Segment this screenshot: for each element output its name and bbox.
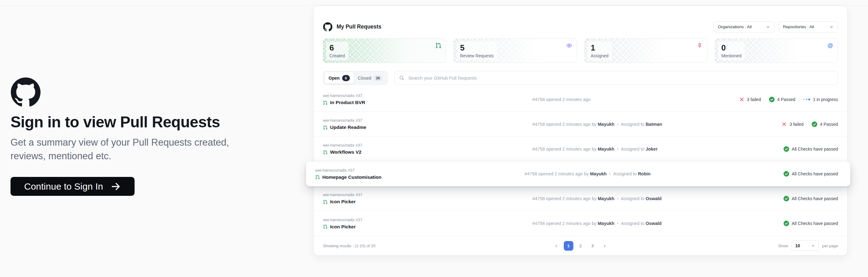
assigned-to-label: Assigned to xyxy=(621,122,646,127)
prev-page-button[interactable]: ‹ xyxy=(552,241,561,251)
state-tabs: Open 6 Closed 26 xyxy=(323,71,388,85)
stat-value: 5 xyxy=(460,44,494,52)
search-input[interactable] xyxy=(408,75,833,81)
pr-opened-text: #4758 opened 2 minutes ago by xyxy=(525,171,590,176)
at-icon: @ xyxy=(827,43,833,49)
pr-meta: #4758 opened 2 minutes ago by Mayukh•Ass… xyxy=(525,171,651,176)
per-page-select[interactable]: 10 xyxy=(792,241,819,251)
chevron-down-icon xyxy=(829,25,834,29)
per-page-value: 10 xyxy=(795,243,800,248)
signin-title: Sign in to view Pull Requests xyxy=(10,113,283,131)
dot-separator: • xyxy=(609,171,611,176)
pr-title-row: Update Readme xyxy=(323,124,532,130)
pr-row-main: wei-harness/radix #37Icon Picker xyxy=(323,192,532,204)
pr-assignee: Robin xyxy=(638,171,651,176)
pr-row[interactable]: wei-harness/radix #37Workflows V2#4758 o… xyxy=(314,137,847,161)
search-icon xyxy=(399,75,404,81)
pr-row[interactable]: wei-harness/radix #37Icon Picker#4758 op… xyxy=(314,211,847,236)
repo-name: wei-harness/radix #37 xyxy=(315,168,525,173)
chevron-down-icon xyxy=(766,25,770,29)
pull-request-icon xyxy=(323,101,328,105)
github-logo-icon xyxy=(10,78,283,107)
pr-row-main: wei-harness/radix #37Workflows V2 xyxy=(323,143,532,155)
repo-name: wei-harness/radix #37 xyxy=(323,93,532,98)
next-page-button[interactable]: › xyxy=(600,241,610,251)
pull-request-icon xyxy=(323,199,328,204)
tab-closed[interactable]: Closed 26 xyxy=(354,72,386,84)
pull-request-icon xyxy=(323,125,328,130)
search-box[interactable] xyxy=(394,71,838,85)
tab-closed-label: Closed xyxy=(358,76,372,81)
per-page-label: per page xyxy=(822,244,838,248)
pull-request-icon xyxy=(323,150,328,155)
pr-checks: All Checks have passed xyxy=(783,146,838,152)
pr-meta: #4758 opened 2 minutes ago by Mayukh•Ass… xyxy=(532,196,662,201)
pull-request-icon xyxy=(315,175,320,179)
pr-title: Workflows V2 xyxy=(330,149,361,155)
page-button-2[interactable]: 2 xyxy=(576,241,585,251)
signin-section: Sign in to view Pull Requests Get a summ… xyxy=(10,78,283,196)
pr-row[interactable]: wei-harness/radix #37Homepage Customisat… xyxy=(306,161,850,186)
pr-checks: 3 failed4 Passed1 in progress xyxy=(739,97,838,102)
check-status-failed: 3 failed xyxy=(739,97,761,102)
pr-meta: #4758 opened 2 minutes ago xyxy=(532,97,591,102)
pull-request-icon xyxy=(435,43,441,49)
dot-separator: • xyxy=(617,196,618,201)
organizations-filter[interactable]: Organizations : All xyxy=(714,21,775,32)
list-toolbar: Open 6 Closed 26 xyxy=(323,71,838,85)
check-status-label: 3 failed xyxy=(789,122,803,127)
pr-row-main: wei-harness/radix #37Homepage Customisat… xyxy=(315,168,525,180)
stat-label: Assigned xyxy=(591,53,609,58)
check-status-label: 3 failed xyxy=(747,97,761,102)
check-status-passed: All Checks have passed xyxy=(783,171,838,176)
pr-title: In Product BVR xyxy=(330,100,365,105)
pr-author: Mayukh xyxy=(598,122,614,127)
stat-chip: 1Assigned xyxy=(587,41,612,60)
repo-name: wei-harness/radix #37 xyxy=(323,218,532,222)
pr-meta: #4758 opened 2 minutes ago by Mayukh•Ass… xyxy=(532,146,658,151)
stat-card-assigned[interactable]: 1Assigned xyxy=(584,38,708,63)
pr-row[interactable]: wei-harness/radix #37Icon Picker#4758 op… xyxy=(314,186,847,211)
check-status-label: 4 Passed xyxy=(777,97,795,102)
check-circle-icon xyxy=(783,196,789,201)
pr-assignee: Oswald xyxy=(646,196,662,201)
assigned-to-label: Assigned to xyxy=(621,221,646,226)
stat-card-mentioned[interactable]: 0Mentioned@ xyxy=(715,38,838,63)
pr-opened-text: #4758 opened 2 minutes ago by xyxy=(532,196,598,201)
check-status-progress: 1 in progress xyxy=(803,97,838,102)
per-page-control: Show 10 per page xyxy=(778,241,838,251)
pr-meta: #4758 opened 2 minutes ago by Mayukh•Ass… xyxy=(532,221,662,226)
pagination: ‹123› xyxy=(552,241,610,251)
pull-request-icon xyxy=(323,224,328,229)
x-icon xyxy=(782,122,787,127)
pr-row[interactable]: wei-harness/radix #37In Product BVR#4758… xyxy=(314,87,847,112)
pr-title: Icon Picker xyxy=(330,224,356,229)
assigned-to-label: Assigned to xyxy=(613,171,638,176)
check-status-label: 4 Passed xyxy=(820,122,838,127)
stat-card-created[interactable]: 6Created xyxy=(323,38,446,63)
pr-title: Icon Picker xyxy=(330,199,356,204)
pr-checks: All Checks have passed xyxy=(783,196,838,201)
continue-signin-button[interactable]: Continue to Sign In xyxy=(10,177,134,196)
pr-title-row: Icon Picker xyxy=(323,199,532,204)
pr-author: Mayukh xyxy=(598,221,614,226)
open-count-badge: 6 xyxy=(342,75,350,81)
pull-requests-panel: My Pull Requests Organizations : All Rep… xyxy=(313,6,847,256)
pr-opened-text: #4758 opened 2 minutes ago by xyxy=(532,122,598,127)
closed-count-badge: 26 xyxy=(374,75,382,81)
dot-separator: • xyxy=(617,122,618,127)
stat-chip: 6Created xyxy=(326,41,348,60)
stat-label: Mentioned xyxy=(721,53,742,58)
repositories-filter[interactable]: Repositories : All xyxy=(779,21,838,32)
pr-author: Mayukh xyxy=(590,171,607,176)
pr-row[interactable]: wei-harness/radix #37Update Readme#4758 … xyxy=(314,112,847,137)
pr-opened-text: #4758 opened 2 minutes ago xyxy=(532,97,591,102)
page-button-1[interactable]: 1 xyxy=(564,241,573,251)
stats-row: 6Created5Review Requests1Assigned0Mentio… xyxy=(323,38,838,63)
pr-assignee: Oswald xyxy=(646,221,662,226)
pr-title-row: Homepage Customisation xyxy=(315,174,525,180)
page-button-3[interactable]: 3 xyxy=(588,241,597,251)
stat-card-review-requests[interactable]: 5Review Requests xyxy=(454,38,577,63)
tab-open[interactable]: Open 6 xyxy=(324,72,354,84)
signin-button-label: Continue to Sign In xyxy=(24,181,103,192)
